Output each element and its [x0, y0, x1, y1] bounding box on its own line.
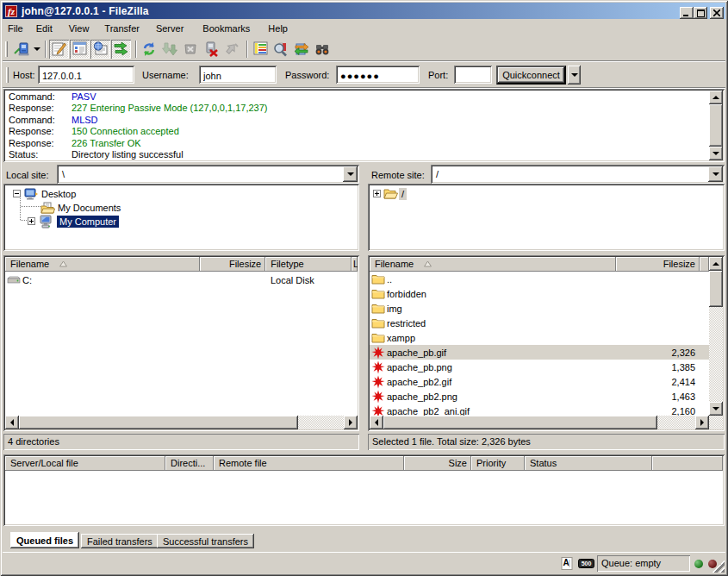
menu-view[interactable]: View: [66, 22, 92, 35]
file-row[interactable]: forbidden: [370, 286, 709, 301]
open-folder-icon: [383, 187, 398, 201]
toolbar: [3, 37, 725, 60]
resize-grip-icon[interactable]: [712, 560, 725, 573]
collapse-icon[interactable]: [13, 190, 21, 197]
toolbar-gripper[interactable]: [5, 41, 8, 57]
menu-server[interactable]: Server: [153, 22, 186, 35]
toggle-message-log-button[interactable]: [49, 40, 69, 59]
scrollbar-corner: [709, 416, 723, 429]
directory-comparison-button[interactable]: [271, 40, 290, 59]
remote-site-dropdown-button[interactable]: [708, 166, 723, 182]
file-row[interactable]: restricted: [370, 316, 709, 330]
column-header-filesize[interactable]: Filesize: [616, 257, 700, 272]
local-hscrollbar-thumb[interactable]: [19, 416, 298, 429]
file-row-local-drive[interactable]: C: Local Disk: [5, 272, 358, 287]
quickconnect-button[interactable]: Quickconnect: [496, 66, 566, 85]
scroll-right-icon: [700, 419, 704, 426]
file-row[interactable]: ..: [370, 272, 709, 286]
column-header-filesize[interactable]: Filesize: [200, 257, 265, 272]
tab-successful-transfers[interactable]: Successful transfers: [157, 534, 254, 548]
quickconnect-gripper[interactable]: [6, 67, 9, 83]
remote-scroll-left-button[interactable]: [370, 416, 383, 429]
reconnect-icon: [224, 41, 240, 57]
local-scroll-right-button[interactable]: [344, 416, 358, 429]
log-scroll-down-button[interactable]: [709, 147, 723, 160]
filezilla-window: fz john@127.0.0.1 - FileZilla File Edit …: [0, 0, 728, 576]
file-row-selected[interactable]: apache_pb.gif 2,326: [370, 345, 709, 360]
tab-failed-transfers[interactable]: Failed transfers: [81, 534, 159, 548]
column-header-direction[interactable]: Directi...: [165, 456, 214, 471]
file-row[interactable]: apache_pb2.png 1,463: [370, 389, 709, 404]
remote-scroll-right-button[interactable]: [695, 416, 709, 429]
menu-help[interactable]: Help: [265, 22, 290, 35]
menu-transfer[interactable]: Transfer: [102, 22, 142, 35]
toolbar-separator: [246, 41, 248, 58]
cancel-button[interactable]: [181, 40, 200, 59]
quickconnect-dropdown[interactable]: [568, 66, 581, 85]
remote-site-combobox[interactable]: /: [431, 165, 725, 184]
find-files-button[interactable]: [313, 40, 332, 59]
tree-item-my-computer[interactable]: My Computer: [3, 214, 119, 229]
column-header-remote-file[interactable]: Remote file: [214, 456, 404, 471]
local-site-combobox[interactable]: \: [57, 165, 359, 184]
folder-icon: [371, 287, 385, 301]
file-row[interactable]: img: [370, 301, 709, 316]
expand-icon[interactable]: [28, 217, 35, 225]
menu-edit[interactable]: Edit: [34, 22, 55, 35]
toggle-local-tree-button[interactable]: [70, 40, 90, 59]
directory-listing-filters-button[interactable]: [251, 40, 270, 59]
file-row[interactable]: apache_pb.png 1,385: [370, 360, 709, 374]
remote-scroll-down-button[interactable]: [709, 402, 723, 416]
remote-hscrollbar-thumb[interactable]: [383, 416, 657, 429]
log-scrollbar-thumb[interactable]: [709, 104, 723, 147]
menu-file[interactable]: File: [5, 22, 26, 35]
tree-item-root[interactable]: /: [368, 186, 407, 201]
file-row[interactable]: apache_pb2.gif 2,414: [370, 374, 709, 389]
column-header-server-local-file[interactable]: Server/Local file: [5, 456, 165, 471]
host-input[interactable]: [38, 66, 134, 84]
sort-ascending-icon: [59, 260, 67, 267]
file-row[interactable]: xampp: [370, 330, 709, 345]
expand-icon[interactable]: [373, 190, 381, 197]
column-header-status[interactable]: Status: [525, 456, 652, 471]
maximize-button[interactable]: [694, 7, 707, 19]
file-row[interactable]: apache_pb2_ani.gif 2,160: [370, 404, 709, 416]
tab-queued-files[interactable]: Queued files: [10, 532, 79, 548]
site-manager-button[interactable]: [10, 40, 33, 59]
process-queue-button[interactable]: [160, 40, 179, 59]
local-list-body: C: Local Disk: [5, 272, 358, 416]
tree-label-my-computer: My Computer: [57, 216, 119, 228]
message-log: Command:PASV Response:227 Entering Passi…: [3, 89, 725, 162]
menu-bookmarks[interactable]: Bookmarks: [200, 22, 252, 35]
log-scroll-up-button[interactable]: [709, 91, 723, 104]
disconnect-button[interactable]: [202, 40, 221, 59]
site-manager-dropdown[interactable]: [33, 40, 41, 59]
refresh-button[interactable]: [140, 40, 159, 59]
tree-item-my-documents[interactable]: My Documents: [3, 200, 123, 215]
close-button[interactable]: [710, 7, 724, 19]
username-input[interactable]: [199, 66, 277, 84]
toggle-remote-tree-button[interactable]: [90, 40, 110, 59]
svg-text:500: 500: [582, 560, 592, 567]
synchronized-browsing-button[interactable]: [292, 40, 311, 59]
remote-scroll-up-button[interactable]: [709, 257, 723, 271]
column-header-size[interactable]: Size: [404, 456, 471, 471]
local-scroll-left-button[interactable]: [5, 416, 19, 429]
column-header-filename[interactable]: Filename: [370, 257, 616, 272]
toggle-transfer-queue-button[interactable]: [111, 40, 131, 59]
title-bar[interactable]: fz john@127.0.0.1 - FileZilla: [3, 3, 725, 19]
port-input[interactable]: [454, 66, 492, 84]
column-header-filename[interactable]: Filename: [5, 257, 200, 272]
column-header-priority[interactable]: Priority: [471, 456, 525, 471]
column-header-filetype[interactable]: Filetype: [265, 257, 352, 272]
local-site-dropdown-button[interactable]: [343, 166, 358, 182]
minimize-button[interactable]: [680, 7, 694, 19]
remote-vscrollbar-thumb[interactable]: [709, 271, 723, 307]
column-header-last-modified[interactable]: L: [352, 257, 358, 272]
log-line: Command:PASV: [9, 91, 709, 103]
reconnect-button[interactable]: [222, 40, 241, 59]
password-input[interactable]: [336, 66, 420, 84]
tree-item-desktop[interactable]: Desktop: [3, 186, 78, 201]
scroll-down-icon: [712, 407, 719, 410]
activity-led-green: [694, 560, 703, 568]
